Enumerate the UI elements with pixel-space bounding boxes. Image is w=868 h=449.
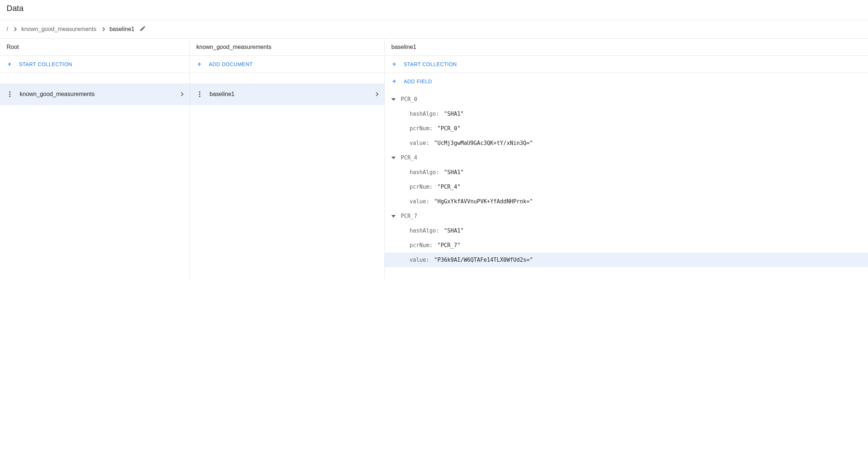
colon: :: [436, 227, 442, 234]
chevron-right-icon: [179, 92, 183, 96]
field-leaf[interactable]: pcrNum: "PCR_0": [385, 121, 868, 136]
action-label: START COLLECTION: [404, 61, 457, 67]
field-value: "UcMj3gwMaU9GAc3QK+tY/xNin3Q=": [434, 140, 533, 146]
breadcrumb-root[interactable]: /: [7, 26, 8, 32]
breadcrumb-collection[interactable]: known_good_measurements: [21, 26, 96, 32]
field-node[interactable]: PCR_7: [385, 209, 868, 223]
field-node[interactable]: PCR_4: [385, 150, 868, 165]
caret-down-icon: [391, 157, 396, 159]
caret-down-icon: [391, 98, 396, 101]
panel-root: Root + START COLLECTION known_good_measu…: [0, 39, 190, 279]
field-key: value: [410, 198, 426, 205]
field-leaf[interactable]: hashAlgo: "SHA1": [385, 165, 868, 180]
field-leaf[interactable]: value: "HgGxYkfAVVnuPVK+YfAddNHPrnk=": [385, 194, 868, 209]
field-key: value: [410, 257, 426, 263]
field-name: PCR_4: [401, 154, 417, 161]
svg-point-0: [9, 91, 11, 93]
field-leaf[interactable]: value: "UcMj3gwMaU9GAc3QK+tY/xNin3Q=": [385, 136, 868, 150]
colon: :: [436, 169, 442, 176]
plus-icon: +: [7, 61, 12, 68]
field-value: "HgGxYkfAVVnuPVK+YfAddNHPrnk=": [434, 198, 533, 205]
field-key: pcrNum: [410, 125, 429, 132]
colon: :: [426, 198, 433, 205]
chevron-right-icon: [374, 92, 378, 96]
field-node[interactable]: PCR_0: [385, 92, 868, 107]
field-value: "PCR_0": [437, 125, 460, 132]
breadcrumb: / known_good_measurements baseline1: [0, 20, 868, 38]
field-value: "PCR_7": [437, 242, 460, 249]
plus-icon: +: [196, 61, 202, 68]
item-label: known_good_measurements: [20, 91, 180, 97]
field-key: value: [410, 140, 426, 146]
field-key: pcrNum: [410, 242, 429, 249]
document-item[interactable]: baseline1: [190, 83, 384, 105]
panel-document: baseline1 + START COLLECTION + ADD FIELD…: [385, 39, 868, 279]
field-leaf[interactable]: hashAlgo: "SHA1": [385, 223, 868, 238]
field-tree: PCR_0hashAlgo: "SHA1"pcrNum: "PCR_0"valu…: [385, 90, 868, 267]
panel-header: known_good_measurements: [190, 39, 384, 56]
caret-down-icon: [391, 215, 396, 218]
colon: :: [426, 140, 433, 146]
breadcrumb-document[interactable]: baseline1: [110, 26, 135, 32]
page-title: Data: [0, 0, 868, 20]
action-label: ADD FIELD: [404, 78, 432, 84]
field-key: hashAlgo: [410, 227, 436, 234]
action-label: START COLLECTION: [19, 61, 72, 67]
field-name: PCR_0: [401, 96, 417, 103]
colon: :: [429, 125, 436, 132]
chevron-right-icon: [101, 27, 105, 31]
svg-point-5: [199, 96, 200, 97]
start-collection-button[interactable]: + START COLLECTION: [385, 56, 868, 73]
plus-icon: +: [391, 61, 397, 68]
svg-point-2: [9, 96, 11, 97]
pencil-icon[interactable]: [139, 25, 146, 33]
field-value: "PCR_4": [437, 184, 460, 190]
chevron-right-icon: [13, 27, 17, 31]
plus-icon: +: [391, 78, 397, 85]
spacer: [0, 73, 189, 83]
colon: :: [436, 111, 442, 117]
field-value: "SHA1": [444, 111, 464, 117]
field-leaf[interactable]: pcrNum: "PCR_7": [385, 238, 868, 253]
more-vert-icon[interactable]: [7, 91, 13, 97]
panel-collection: known_good_measurements + ADD DOCUMENT b…: [190, 39, 385, 279]
field-name: PCR_7: [401, 213, 417, 219]
field-key: hashAlgo: [410, 111, 436, 117]
field-leaf[interactable]: hashAlgo: "SHA1": [385, 107, 868, 121]
field-value: "SHA1": [444, 169, 464, 176]
add-document-button[interactable]: + ADD DOCUMENT: [190, 56, 384, 73]
svg-point-3: [199, 91, 200, 93]
start-collection-button[interactable]: + START COLLECTION: [0, 56, 189, 73]
panel-header: baseline1: [385, 39, 868, 56]
colon: :: [426, 257, 433, 263]
field-value: "P36k9AI/W6QTAFe14TLX0WfUd2s=": [434, 257, 533, 263]
field-leaf[interactable]: value: "P36k9AI/W6QTAFe14TLX0WfUd2s=": [385, 253, 868, 267]
spacer: [190, 73, 384, 83]
field-leaf[interactable]: pcrNum: "PCR_4": [385, 180, 868, 194]
svg-point-1: [9, 93, 11, 95]
add-field-button[interactable]: + ADD FIELD: [385, 73, 868, 90]
more-vert-icon[interactable]: [196, 91, 203, 97]
field-key: hashAlgo: [410, 169, 436, 176]
panels: Root + START COLLECTION known_good_measu…: [0, 38, 868, 279]
item-label: baseline1: [210, 91, 375, 97]
svg-point-4: [199, 93, 200, 95]
collection-item[interactable]: known_good_measurements: [0, 83, 189, 105]
panel-header: Root: [0, 39, 189, 56]
field-value: "SHA1": [444, 227, 464, 234]
field-key: pcrNum: [410, 184, 429, 190]
colon: :: [429, 184, 436, 190]
action-label: ADD DOCUMENT: [209, 61, 253, 67]
colon: :: [429, 242, 436, 249]
